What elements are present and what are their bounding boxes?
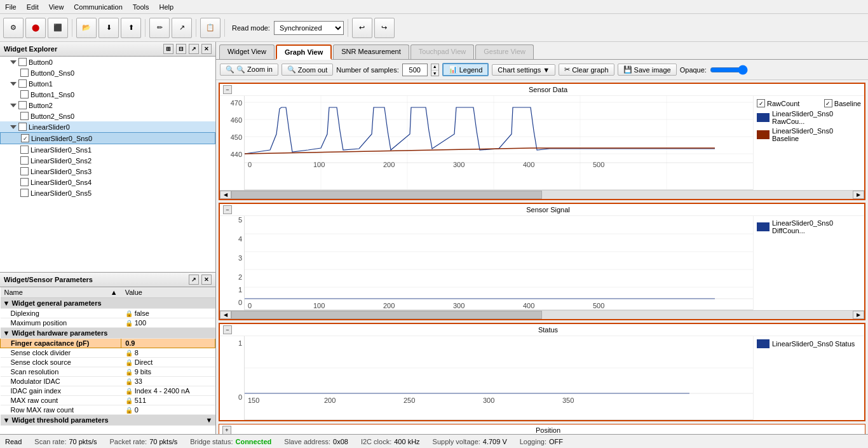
sensor-signal-scroll-left[interactable]: ◀ — [220, 311, 231, 319]
save-image-button[interactable]: 💾 Save image — [618, 64, 677, 76]
param-scan-res-name: Scan resolution — [1, 367, 121, 377]
tab-gesture-view[interactable]: Gesture View — [475, 44, 534, 59]
redo-button[interactable]: ↪ — [374, 18, 395, 38]
close-widget-explorer-button[interactable]: ✕ — [201, 44, 212, 54]
checkbox-linearslider0-sns5[interactable] — [20, 189, 29, 197]
checkbox-button0[interactable] — [18, 58, 27, 66]
checkbox-linearslider0-sns2[interactable] — [20, 156, 29, 165]
svg-text:0: 0 — [248, 302, 252, 309]
opaque-slider[interactable] — [710, 65, 748, 75]
tree-item-linearslider0-sns1[interactable]: LinearSlider0_Sns1 — [0, 144, 215, 155]
tree-item-button2-sns0[interactable]: Button2_Sns0 — [0, 111, 215, 121]
sensor-signal-scroll-track[interactable] — [231, 311, 853, 319]
tree-label-button2-sns0: Button2_Sns0 — [31, 112, 74, 120]
checkbox-linearslider0-sns1[interactable] — [20, 146, 29, 154]
svg-text:460: 460 — [231, 116, 242, 124]
checkbox-linearslider0-sns0[interactable] — [21, 134, 29, 142]
menu-view[interactable]: View — [44, 2, 69, 12]
position-expand-button[interactable]: + — [222, 426, 231, 434]
chart-settings-button[interactable]: Chart settings ▼ — [492, 64, 555, 76]
opaque-label: Opaque: — [680, 66, 707, 74]
checkbox-linearslider0-sns3[interactable] — [20, 167, 29, 175]
pause-button[interactable]: ⬛ — [48, 18, 68, 38]
tree-item-button1[interactable]: Button1 — [0, 78, 215, 89]
upload-button[interactable]: ⬆ — [121, 18, 141, 38]
checkbox-button2-sns0[interactable] — [20, 112, 29, 120]
checkbox-linearslider0-sns4[interactable] — [20, 178, 29, 186]
tree-item-button1-sns0[interactable]: Button1_Sns0 — [0, 89, 215, 100]
sensor-data-scroll-right[interactable]: ▶ — [853, 191, 864, 199]
scan-rate-label: Scan rate: — [34, 438, 66, 445]
tab-graph-view[interactable]: Graph View — [276, 44, 332, 60]
checkbox-button1[interactable] — [18, 79, 27, 88]
tree-item-linearslider0[interactable]: LinearSlider0 — [0, 121, 215, 132]
tab-snr-measurement[interactable]: SNR Measurement — [333, 44, 409, 59]
sensor-data-scrollbar[interactable]: ◀ ▶ — [220, 190, 864, 199]
baseline-legend-checkbox[interactable] — [824, 99, 832, 107]
samples-down-button[interactable]: ▼ — [431, 71, 438, 77]
stop-button[interactable]: ⬤ — [25, 18, 46, 38]
sensor-data-minimize-button[interactable]: − — [223, 85, 232, 94]
samples-input[interactable] — [402, 64, 428, 76]
tree-item-button0-sns0[interactable]: Button0_Sns0 — [0, 67, 215, 78]
menu-communication[interactable]: Communication — [69, 2, 127, 12]
param-finger-cap-row[interactable]: Finger capacitance (pF) 0.9 — [1, 339, 215, 348]
checkbox-button1-sns0[interactable] — [20, 90, 29, 98]
tree-item-linearslider0-sns0[interactable]: LinearSlider0_Sns0 — [0, 132, 215, 144]
params-close-button[interactable]: ✕ — [201, 275, 212, 285]
scroll-down-icon: ▼ — [206, 416, 213, 424]
open-button[interactable]: 📂 — [76, 18, 97, 38]
tab-touchpad-view[interactable]: Touchpad View — [410, 44, 474, 59]
report-button[interactable]: 📋 — [200, 18, 220, 38]
collapse-all-button[interactable]: ⊟ — [176, 44, 186, 54]
tree-item-button2[interactable]: Button2 — [0, 100, 215, 111]
checkbox-linearslider0[interactable] — [18, 123, 27, 131]
checkbox-button0-sns0[interactable] — [20, 69, 29, 77]
menu-file[interactable]: File — [0, 2, 22, 12]
svg-text:0: 0 — [248, 161, 252, 168]
menu-help[interactable]: Help — [154, 2, 179, 12]
param-idac-gain-row: IDAC gain index 🔒 Index 4 - 2400 nA — [1, 386, 215, 396]
checkbox-button2[interactable] — [18, 101, 27, 109]
rawcount-legend-checkbox[interactable] — [757, 99, 765, 107]
samples-spinner[interactable]: ▲ ▼ — [431, 64, 439, 76]
widget-tree[interactable]: Button0 Button0_Sns0 Button1 Button1_Sns… — [0, 57, 215, 273]
edit-button[interactable]: ✏ — [149, 18, 170, 38]
svg-text:300: 300 — [483, 397, 494, 404]
legend-button[interactable]: 📊 Legend — [442, 63, 489, 76]
sensor-data-scroll-thumb[interactable] — [231, 191, 542, 199]
sensor-signal-scroll-right[interactable]: ▶ — [853, 311, 864, 319]
expand-button2-icon — [10, 104, 17, 107]
sensor-data-scroll-track[interactable] — [231, 191, 853, 199]
tree-item-linearslider0-sns4[interactable]: LinearSlider0_Sns4 — [0, 177, 215, 187]
status-minimize-button[interactable]: − — [223, 325, 232, 334]
sensor-signal-minimize-button[interactable]: − — [223, 205, 232, 214]
sensor-signal-scrollbar[interactable]: ◀ ▶ — [220, 310, 864, 319]
sensor-signal-scroll-thumb[interactable] — [231, 311, 542, 319]
position-title: Position — [234, 426, 862, 434]
detach-button[interactable]: ↗ — [189, 44, 199, 54]
zoom-in-button[interactable]: 🔍 🔍 Zoom in — [220, 64, 278, 76]
undo-button[interactable]: ↩ — [352, 18, 372, 38]
settings-button[interactable]: ⚙ — [3, 18, 24, 38]
read-mode-select[interactable]: Synchronized Continuous Manual — [274, 21, 344, 35]
section-threshold-triangle: ▼ — [3, 416, 12, 424]
tree-item-button0[interactable]: Button0 — [0, 57, 215, 67]
tree-item-linearslider0-sns3[interactable]: LinearSlider0_Sns3 — [0, 166, 215, 177]
sensor-signal-graph: − Sensor Signal 5 4 3 2 1 0 — [219, 203, 865, 320]
clear-graph-button[interactable]: ✂ Clear graph — [559, 64, 614, 76]
menu-tools[interactable]: Tools — [128, 2, 154, 12]
download-button[interactable]: ⬇ — [98, 18, 119, 38]
tree-item-linearslider0-sns5[interactable]: LinearSlider0_Sns5 — [0, 187, 215, 198]
param-diplexing-value: 🔒 false — [121, 309, 215, 318]
samples-up-button[interactable]: ▲ — [431, 64, 438, 71]
tab-widget-view[interactable]: Widget View — [219, 44, 275, 59]
menu-edit[interactable]: Edit — [22, 2, 44, 12]
params-detach-button[interactable]: ↗ — [189, 275, 199, 285]
export-button[interactable]: ↗ — [172, 18, 192, 38]
tree-item-linearslider0-sns2[interactable]: LinearSlider0_Sns2 — [0, 155, 215, 166]
zoom-out-button[interactable]: 🔍 Zoom out — [281, 64, 333, 76]
expand-all-button[interactable]: ⊞ — [163, 44, 173, 54]
sensor-data-scroll-left[interactable]: ◀ — [220, 191, 231, 199]
param-finger-cap-value[interactable]: 0.9 — [121, 339, 215, 348]
